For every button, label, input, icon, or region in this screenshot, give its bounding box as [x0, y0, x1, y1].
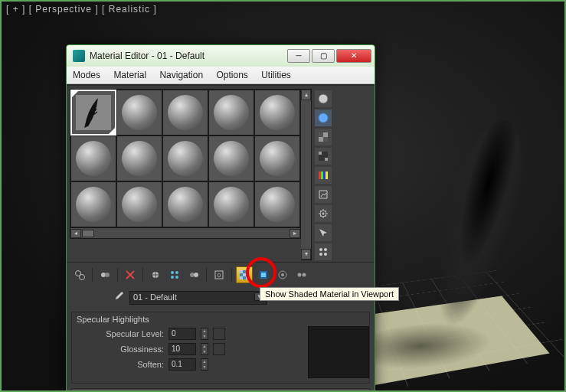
svg-rect-11 — [326, 172, 328, 179]
sample-slot-4[interactable] — [254, 90, 300, 136]
svg-rect-36 — [240, 276, 243, 279]
svg-rect-10 — [323, 172, 326, 179]
specular-level-spinner[interactable]: ▲▼ — [201, 328, 208, 340]
soften-spinner[interactable]: ▲▼ — [201, 358, 208, 371]
sample-slot-2[interactable] — [162, 90, 208, 136]
svg-rect-35 — [246, 270, 249, 273]
maximize-button[interactable]: ▢ — [312, 49, 335, 63]
extended-parameters-rollout-header[interactable]: + Extended Parameters — [71, 388, 370, 392]
specular-level-input[interactable]: 0 — [168, 328, 196, 340]
pick-material-button[interactable] — [74, 290, 125, 305]
sample-vscrollbar[interactable]: ▴ ▾ — [301, 89, 312, 260]
material-id-button[interactable]: 0 — [211, 266, 227, 283]
svg-point-26 — [175, 276, 178, 279]
select-by-material-button[interactable] — [315, 224, 332, 241]
svg-rect-32 — [240, 270, 243, 273]
material-name-dropdown[interactable]: 01 - Default — [129, 291, 267, 305]
svg-point-28 — [194, 273, 198, 277]
scroll-up-icon[interactable]: ▴ — [301, 90, 311, 100]
sample-slot-8[interactable] — [208, 136, 254, 181]
close-button[interactable]: ✕ — [336, 49, 371, 63]
rollout-title-specular: Specular Highlights — [72, 312, 369, 326]
svg-point-25 — [171, 276, 174, 279]
horizontal-toolbar: 0 — [67, 262, 375, 287]
menu-navigation[interactable]: Navigation — [159, 70, 203, 80]
background-button[interactable] — [315, 129, 332, 145]
viewport-label[interactable]: [ + ] [ Perspective ] [ Realistic ] — [6, 4, 157, 15]
sample-slot-11[interactable] — [116, 181, 162, 227]
scroll-left-icon[interactable]: ◂ — [70, 229, 81, 238]
glossiness-label: Glossiness: — [80, 345, 164, 354]
make-copy-button[interactable] — [147, 266, 164, 283]
get-material-button[interactable] — [71, 266, 88, 283]
go-to-parent-button[interactable] — [274, 266, 291, 283]
menu-options[interactable]: Options — [216, 70, 247, 80]
sample-type-button[interactable] — [315, 90, 332, 107]
sample-slot-1[interactable] — [116, 90, 162, 136]
svg-point-23 — [171, 271, 174, 274]
tooltip: Show Shaded Material in Viewport — [260, 287, 399, 301]
sample-slot-13[interactable] — [208, 181, 254, 227]
show-end-result-button[interactable] — [255, 266, 272, 283]
sample-slot-7[interactable] — [162, 136, 208, 181]
make-preview-button[interactable] — [315, 186, 332, 203]
svg-rect-33 — [243, 273, 246, 276]
sample-slot-14[interactable] — [254, 181, 300, 227]
scroll-down-icon[interactable]: ▾ — [301, 249, 311, 260]
sample-slot-6[interactable] — [116, 136, 162, 181]
options-button[interactable] — [315, 205, 332, 222]
specular-curve-preview — [308, 326, 369, 378]
soften-input[interactable]: 0.1 — [168, 358, 196, 371]
svg-rect-38 — [261, 273, 266, 277]
sample-hscrollbar[interactable]: ◂ ▸ — [70, 228, 301, 239]
side-toolbar — [313, 89, 333, 260]
sample-slot-9[interactable] — [254, 136, 300, 181]
menu-modes[interactable]: Modes — [73, 70, 100, 80]
window-titlebar[interactable]: Material Editor - 01 - Default ─ ▢ ✕ — [67, 45, 375, 67]
put-to-scene-button[interactable] — [97, 266, 113, 283]
svg-point-15 — [324, 248, 327, 251]
menu-material[interactable]: Material — [113, 70, 146, 80]
show-shaded-material-button[interactable] — [236, 266, 253, 283]
svg-rect-4 — [323, 137, 328, 142]
specular-level-label: Specular Level: — [80, 329, 164, 338]
video-color-check-button[interactable] — [315, 167, 332, 184]
svg-rect-8 — [319, 172, 321, 179]
app-icon — [73, 50, 85, 62]
glossiness-map-slot[interactable] — [213, 343, 225, 355]
svg-point-0 — [319, 94, 328, 103]
glossiness-input[interactable]: 10 — [168, 343, 196, 355]
reset-map-button[interactable] — [122, 266, 139, 283]
sample-slot-10[interactable] — [70, 181, 116, 227]
scroll-right-icon[interactable]: ▸ — [290, 229, 300, 238]
put-to-library-button[interactable] — [185, 266, 202, 283]
specular-level-map-slot[interactable] — [213, 328, 225, 340]
svg-point-24 — [175, 271, 178, 274]
backlight-button[interactable] — [315, 109, 332, 126]
minimize-button[interactable]: ─ — [287, 49, 310, 63]
svg-point-13 — [322, 213, 325, 215]
go-forward-sibling-button[interactable] — [293, 266, 310, 283]
make-unique-button[interactable] — [166, 266, 183, 283]
sample-slot-0[interactable] — [70, 90, 116, 136]
svg-text:0: 0 — [218, 272, 221, 279]
sample-uv-button[interactable] — [315, 148, 332, 165]
svg-point-40 — [281, 273, 284, 276]
glossiness-spinner[interactable]: ▲▼ — [201, 343, 208, 355]
svg-point-16 — [319, 253, 322, 256]
menu-utilities[interactable]: Utilities — [261, 70, 291, 80]
svg-point-1 — [319, 113, 328, 122]
svg-rect-9 — [321, 172, 323, 179]
scroll-thumb[interactable] — [82, 230, 94, 237]
sample-slot-grid — [70, 89, 301, 228]
window-title: Material Editor - 01 - Default — [90, 51, 286, 61]
svg-point-41 — [298, 273, 302, 277]
sample-slot-12[interactable] — [162, 181, 208, 227]
material-map-navigator-button[interactable] — [315, 243, 332, 260]
sample-slot-5[interactable] — [70, 136, 116, 181]
feather-material-thumb — [76, 95, 111, 130]
svg-point-17 — [324, 253, 327, 256]
svg-rect-7 — [325, 158, 328, 161]
svg-rect-3 — [319, 132, 323, 137]
sample-slot-3[interactable] — [208, 90, 254, 136]
